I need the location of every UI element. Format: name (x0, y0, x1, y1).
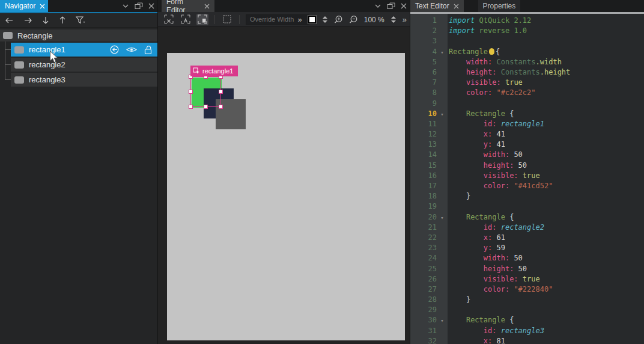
zoom-in-icon[interactable] (334, 15, 343, 24)
code-line-17: 17 color: "#41cd52" (410, 181, 644, 191)
line-number: 30 (410, 315, 437, 325)
snapping-and-anchoring-icon[interactable] (180, 14, 192, 25)
navigator-tabbar: Navigator (0, 0, 157, 12)
code-line-12: 12 x: 41 (410, 129, 644, 140)
chevron-down-icon[interactable] (122, 4, 129, 9)
line-number: 22 (410, 233, 437, 243)
more-controls-icon[interactable]: » (298, 15, 302, 24)
line-number: 11 (410, 119, 437, 129)
code-text (448, 99, 449, 108)
navigator-item-root[interactable]: Rectangle (0, 29, 157, 41)
stepper-icon[interactable] (390, 16, 396, 23)
snapping-icon[interactable] (196, 14, 208, 25)
enter-component-icon[interactable] (109, 45, 120, 55)
navigator-item-rectangle2[interactable]: rectangle2 (11, 58, 157, 72)
more-controls-icon[interactable]: » (402, 15, 407, 24)
selection-label-tag[interactable]: rectangle1 (190, 66, 238, 76)
code-line-24: 24 width: 50 (410, 253, 644, 263)
close-icon[interactable] (148, 3, 154, 9)
artboard[interactable]: rectangle1 (167, 53, 405, 340)
zoom-level-value: 100 % (364, 16, 384, 24)
code-text: x: 81 (448, 337, 505, 344)
code-text (448, 306, 449, 314)
line-number: 3 (410, 36, 437, 46)
code-line-7: 7 visible: true (410, 78, 644, 88)
code-text: height: 50 (448, 265, 527, 273)
tab-navigator[interactable]: Navigator (0, 0, 48, 12)
refactor-lightbulb-icon[interactable] (489, 48, 494, 55)
code-text: visible: true (448, 78, 523, 87)
code-line-29: 29 (410, 305, 644, 315)
line-number: 17 (410, 181, 437, 191)
toolbar-separator (214, 15, 215, 24)
code-editor[interactable]: 1import QtQuick 2.122import reverse 1.03… (410, 14, 644, 344)
line-number: 20 (410, 212, 437, 223)
line-number: 25 (410, 264, 437, 274)
code-line-15: 15 height: 50 (410, 161, 644, 171)
component-icon (14, 76, 24, 84)
code-text: height: Constants.height (448, 68, 570, 76)
navigator-item-rectangle1[interactable]: rectangle1 (11, 43, 157, 57)
code-line-23: 23 y: 59 (410, 243, 644, 253)
line-number: 15 (410, 161, 437, 171)
canvas-item-rectangle3[interactable] (216, 99, 246, 129)
code-text: width: Constants.width (448, 58, 562, 66)
move-up-icon[interactable] (59, 16, 66, 25)
tab-properties[interactable]: Properties (478, 0, 521, 12)
show-bounding-rectangles-icon[interactable] (221, 14, 233, 25)
navigator-item-rectangle3[interactable]: rectangle3 (11, 73, 157, 87)
canvas-color-swatch[interactable] (308, 16, 316, 23)
line-number: 27 (410, 284, 437, 295)
chevron-down-icon[interactable] (374, 4, 381, 9)
item-label: rectangle3 (29, 75, 65, 84)
close-icon[interactable] (401, 3, 407, 9)
no-snapping-icon[interactable] (163, 14, 175, 25)
fold-marker-icon[interactable]: ▾ (437, 109, 448, 120)
float-panel-icon[interactable] (135, 2, 143, 10)
item-label: rectangle1 (29, 45, 65, 54)
code-text (448, 37, 449, 45)
form-editor-canvas[interactable]: rectangle1 (158, 28, 410, 344)
code-line-18: 18 } (410, 191, 644, 201)
tab-form-editor[interactable]: Form Editor (162, 0, 214, 12)
line-number: 10 (410, 109, 437, 119)
tab-label: Properties (483, 2, 516, 10)
code-text: id: rectangle1 (448, 120, 544, 128)
tab-label: Text Editor (415, 2, 449, 10)
code-text: } (448, 295, 470, 304)
code-text: color: "#222840" (448, 285, 553, 293)
close-icon[interactable] (454, 4, 459, 9)
code-text: width: 50 (448, 254, 523, 262)
eye-icon[interactable] (126, 46, 137, 54)
code-text: Rectangle { (448, 109, 514, 118)
close-icon[interactable] (204, 4, 210, 9)
move-backwards-icon[interactable] (5, 17, 14, 24)
lock-open-icon[interactable] (144, 45, 153, 55)
line-number: 6 (410, 67, 437, 78)
code-lines: 1import QtQuick 2.122import reverse 1.03… (410, 16, 644, 344)
filter-icon[interactable] (76, 16, 85, 24)
code-line-10: 10▾ Rectangle { (410, 109, 644, 119)
close-icon[interactable] (40, 4, 45, 9)
code-text: visible: true (448, 275, 540, 283)
zoom-out-icon[interactable] (349, 15, 358, 24)
tab-navigator-label: Navigator (5, 2, 35, 10)
fold-marker-icon[interactable]: ▾ (437, 213, 448, 223)
code-line-20: 20▾ Rectangle { (410, 212, 644, 223)
tab-text-editor[interactable]: Text Editor (410, 0, 464, 12)
toolbar-separator (239, 15, 240, 24)
stepper-icon[interactable] (322, 16, 328, 23)
line-number: 19 (410, 201, 437, 212)
form-editor-tabbar: Form Editor (158, 0, 410, 12)
move-down-icon[interactable] (42, 16, 49, 25)
fold-marker-icon[interactable]: ▾ (437, 48, 448, 58)
code-text: x: 41 (448, 130, 505, 138)
code-line-2: 2import reverse 1.0 (410, 26, 644, 36)
move-forwards-icon[interactable] (23, 17, 32, 24)
line-number: 28 (410, 295, 437, 305)
fold-marker-icon[interactable]: ▾ (437, 316, 448, 326)
component-icon (3, 32, 13, 39)
tree-connector (5, 41, 5, 80)
float-panel-icon[interactable] (387, 2, 395, 10)
line-number: 26 (410, 274, 437, 284)
